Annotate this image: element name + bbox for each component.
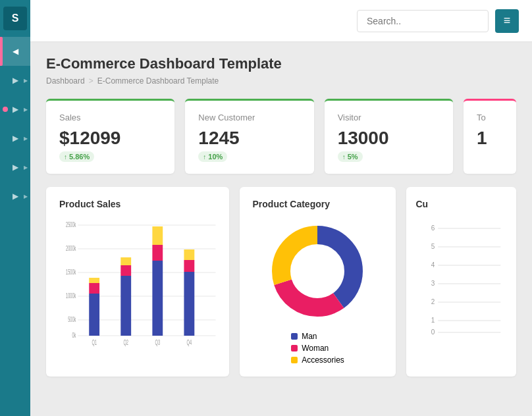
sidebar-item-5[interactable]: ▶ ▶ — [0, 153, 30, 182]
arrow-up-icon-visitor: ↑ — [342, 153, 346, 161]
breadcrumb-current: E-Commerce Dashboard Template — [97, 76, 219, 86]
svg-rect-16 — [120, 276, 131, 336]
sidebar-logo: S — [3, 7, 27, 30]
svg-rect-21 — [152, 245, 163, 261]
chevron-icon-6: ▶ — [24, 194, 28, 199]
arrow-up-icon-sales: ↑ — [64, 153, 67, 161]
svg-text:2000k: 2000k — [66, 245, 76, 252]
legend-woman: Woman — [291, 344, 344, 353]
breadcrumb-home[interactable]: Dashboard — [46, 76, 85, 86]
svg-text:2: 2 — [431, 298, 435, 305]
svg-text:Q3: Q3 — [155, 339, 161, 346]
sidebar-icon-6: ▶ — [13, 192, 18, 201]
sidebar-icon-5: ▶ — [13, 163, 18, 172]
bar-chart-svg: 2500k 2000k 1500k 1000k 500k 0k Q1 — [59, 219, 216, 350]
svg-text:Q4: Q4 — [187, 339, 192, 346]
svg-text:Q2: Q2 — [123, 339, 128, 346]
stat-card-customer: New Customer 1245 ↑ 10% — [185, 99, 313, 174]
stat-card-visitor: Visitor 13000 ↑ 5% — [325, 99, 453, 174]
stat-card-extra: To 1 — [464, 99, 516, 174]
active-indicator — [0, 37, 3, 66]
legend-accessories: Accessories — [291, 355, 344, 365]
stat-sub-sales: ↑ 5.86% — [59, 151, 161, 162]
svg-rect-13 — [89, 283, 99, 294]
sidebar-item-2[interactable]: ▶ ▶ — [0, 66, 30, 95]
stat-value-visitor: 13000 — [338, 128, 440, 149]
svg-rect-14 — [89, 278, 99, 283]
sidebar-icon-3: ▶ — [13, 105, 18, 114]
svg-rect-26 — [184, 249, 194, 260]
topbar-menu-button[interactable]: ≡ — [495, 9, 519, 33]
stat-sub-customer: ↑ 10% — [198, 151, 300, 162]
svg-text:1500k: 1500k — [66, 269, 76, 276]
stat-card-sales: Sales $12099 ↑ 5.86% — [46, 99, 174, 174]
stat-badge-visitor: ↑ 5% — [338, 151, 363, 162]
stat-label-sales: Sales — [59, 113, 161, 122]
sidebar-item-4[interactable]: ▶ ▶ — [0, 124, 30, 153]
cu-chart-area: 6 5 4 3 2 1 0 — [415, 219, 507, 337]
svg-text:2500k: 2500k — [66, 221, 76, 228]
chevron-icon-5: ▶ — [24, 165, 28, 170]
svg-text:0k: 0k — [72, 332, 76, 339]
svg-text:1000k: 1000k — [66, 292, 76, 299]
stat-value-customer: 1245 — [198, 128, 300, 149]
badge-value-customer: 10% — [208, 153, 223, 161]
topbar: ≡ — [30, 0, 532, 42]
product-sales-title: Product Sales — [59, 199, 216, 209]
sidebar-dot-3 — [3, 107, 8, 112]
donut-container: Man Woman Accessories — [253, 219, 383, 365]
svg-text:500k: 500k — [68, 316, 76, 323]
svg-rect-24 — [184, 272, 194, 336]
stat-cards: Sales $12099 ↑ 5.86% New Customer 1245 ↑… — [46, 99, 516, 174]
stat-value-sales: $12099 — [59, 128, 161, 149]
svg-text:6: 6 — [431, 224, 435, 232]
svg-rect-12 — [89, 294, 99, 336]
svg-text:4: 4 — [431, 261, 435, 269]
product-sales-card: Product Sales 2500k 2000k 1500k — [46, 187, 229, 377]
sidebar-icon-1: ◀ — [13, 47, 18, 56]
legend-label-accessories: Accessories — [302, 355, 344, 365]
legend-label-woman: Woman — [302, 344, 329, 353]
legend-man: Man — [291, 332, 344, 341]
svg-text:3: 3 — [431, 280, 435, 287]
svg-text:0: 0 — [431, 328, 435, 336]
badge-value-visitor: 5% — [348, 153, 358, 161]
chevron-icon-4: ▶ — [24, 136, 28, 142]
legend-dot-man — [291, 333, 298, 340]
svg-rect-18 — [120, 257, 131, 265]
chevron-icon-2: ▶ — [24, 78, 28, 84]
cu-svg: 6 5 4 3 2 1 0 — [415, 219, 507, 337]
bottom-row: Product Sales 2500k 2000k 1500k — [46, 187, 516, 377]
arrow-up-icon-customer: ↑ — [203, 153, 206, 161]
stat-sub-visitor: ↑ 5% — [338, 151, 440, 162]
svg-rect-22 — [152, 226, 163, 245]
svg-point-31 — [292, 246, 342, 296]
dashboard: E-Commerce Dashboard Template Dashboard … — [30, 42, 532, 416]
svg-text:1: 1 — [431, 317, 435, 324]
menu-icon: ≡ — [504, 14, 511, 28]
breadcrumb-separator: > — [89, 76, 93, 86]
sidebar-item-3[interactable]: ▶ ▶ — [0, 95, 30, 124]
sidebar-item-1[interactable]: ◀ — [0, 37, 30, 66]
product-category-title: Product Category — [253, 199, 383, 209]
main-content: ≡ E-Commerce Dashboard Template Dashboar… — [30, 0, 532, 416]
stat-label-extra: To — [477, 113, 503, 122]
donut-legend: Man Woman Accessories — [291, 332, 344, 365]
legend-label-man: Man — [302, 332, 317, 341]
legend-dot-woman — [291, 345, 298, 351]
sidebar-item-6[interactable]: ▶ ▶ — [0, 182, 30, 211]
stat-label-visitor: Visitor — [338, 113, 440, 122]
svg-rect-17 — [120, 265, 131, 276]
chevron-icon-3: ▶ — [24, 107, 28, 113]
stat-badge-customer: ↑ 10% — [198, 151, 227, 162]
donut-svg — [265, 219, 370, 324]
customer-card: Cu 6 5 4 3 2 1 0 — [406, 187, 516, 377]
sidebar-icon-2: ▶ — [13, 76, 18, 85]
customer-title: Cu — [415, 199, 507, 209]
page-title: E-Commerce Dashboard Template — [46, 55, 516, 72]
bar-chart-area: 2500k 2000k 1500k 1000k 500k 0k Q1 — [59, 219, 216, 350]
sidebar: S ◀ ▶ ▶ ▶ ▶ ▶ ▶ ▶ ▶ ▶ ▶ — [0, 0, 30, 416]
stat-label-customer: New Customer — [198, 113, 300, 122]
product-category-card: Product Category — [240, 187, 396, 377]
search-input[interactable] — [357, 10, 489, 32]
